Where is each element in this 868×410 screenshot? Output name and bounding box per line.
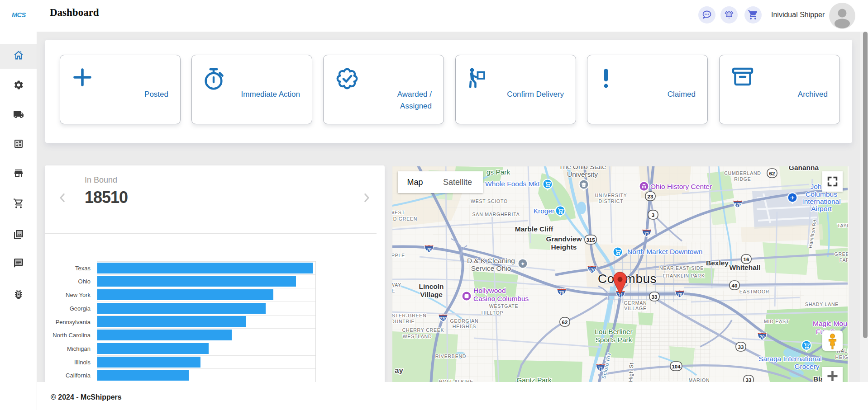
svg-text:CUMBERLAND: CUMBERLAND [724,170,761,176]
svg-text:HILLTOP: HILLTOP [482,310,503,316]
svg-text:70: 70 [426,247,432,252]
svg-text:Lincoln: Lincoln [419,283,444,290]
svg-text:70: 70 [759,335,765,340]
svg-text:CHERRY CREEK: CHERRY CREEK [402,327,444,333]
svg-text:D & K Cleaning: D & K Cleaning [467,257,515,264]
svg-text:FRANKLIN PARK: FRANKLIN PARK [663,273,705,278]
svg-text:R WEST: R WEST [392,210,405,215]
svg-text:315: 315 [586,237,595,243]
svg-text:University: University [567,170,598,178]
svg-text:✦: ✦ [520,261,525,267]
svg-text:WESTLAND: WESTLAND [403,334,432,339]
svg-text:62: 62 [562,320,568,325]
svg-text:Columbus: Columbus [598,272,657,286]
svg-text:MID EAST: MID EAST [764,319,789,324]
svg-text:HEIG: HEIG [835,354,848,360]
svg-text:Gahanna: Gahanna [789,166,819,171]
svg-text:Heights: Heights [551,243,577,251]
svg-text:33: 33 [738,344,744,350]
svg-text:ILLIARD GREEN: ILLIARD GREEN [392,216,417,221]
svg-text:HEIGHTS: HEIGHTS [453,324,476,329]
svg-text:S High St: S High St [627,363,635,383]
svg-text:VILLAGE: VILLAGE [624,306,646,311]
svg-text:Ohio History Center: Ohio History Center [650,183,712,190]
svg-text:670: 670 [734,203,742,207]
svg-text:Airport: Airport [811,205,832,212]
svg-text:gs Park: gs Park [486,168,510,176]
svg-text:SHADY LANE: SHADY LANE [805,302,839,307]
svg-text:71: 71 [618,293,623,298]
svg-text:670: 670 [588,268,596,273]
svg-text:DISTRICT: DISTRICT [599,198,624,204]
svg-text:Service Ohio: Service Ohio [471,264,511,272]
svg-text:Magic Mou: Magic Mou [813,320,847,327]
svg-text:16: 16 [744,257,749,262]
svg-text:GREENB: GREENB [834,251,848,257]
svg-text:WEST SCIOTO: WEST SCIOTO [471,198,508,204]
svg-text:GE: GE [392,288,395,293]
svg-text:UNIVERSITY: UNIVERSITY [595,193,627,198]
svg-text:33: 33 [652,294,658,300]
svg-text:Kroger: Kroger [534,207,555,215]
svg-text:OWAY: OWAY [392,282,401,287]
svg-text:✈: ✈ [790,195,795,201]
svg-text:Village: Village [420,291,443,298]
svg-text:WESTGATE: WESTGATE [489,303,519,309]
svg-text:71: 71 [598,366,603,371]
svg-text:Bexley: Bexley [706,259,729,267]
svg-text:OUNTRIE: OUNTRIE [392,319,415,324]
svg-text:EASTMOOR: EASTMOOR [739,289,770,294]
svg-text:40: 40 [732,283,738,288]
svg-text:Whitehall: Whitehall [730,264,761,271]
svg-text:Marble Cliff: Marble Cliff [515,225,553,233]
svg-text:Sports Park: Sports Park [596,336,632,344]
svg-text:70: 70 [677,292,682,297]
svg-text:The Ohio State: The Ohio State [559,166,606,170]
svg-text:NEAR EAST SIDE: NEAR EAST SIDE [659,265,704,271]
svg-text:Whole Foods Mkt: Whole Foods Mkt [485,180,540,188]
svg-text:Grocery: Grocery [794,363,819,370]
svg-text:104: 104 [672,364,681,369]
svg-text:Saraga International: Saraga International [758,355,822,363]
svg-text:APPLE: APPLE [392,253,405,258]
svg-text:GERMAN: GERMAN [624,300,647,306]
svg-text:RIVERBEND: RIVERBEND [435,353,466,359]
svg-text:3: 3 [652,212,654,218]
svg-text:62: 62 [769,171,775,176]
svg-text:ay: ay [395,366,403,375]
svg-text:FARM: FARM [839,257,848,263]
svg-text:TAYL: TAYL [837,223,848,228]
svg-text:GEORGIAN: GEORGIAN [450,318,479,324]
svg-text:Lou Berliner: Lou Berliner [595,328,633,335]
svg-text:Casino Columbus: Casino Columbus [473,295,529,302]
svg-text:International: International [802,198,840,205]
svg-text:270: 270 [439,316,447,321]
svg-text:70: 70 [559,291,564,296]
svg-text:North Market Downtown: North Market Downtown [627,248,702,255]
svg-text:RIDGE: RIDGE [734,176,751,182]
svg-text:HESTER-GREEN: HESTER-GREEN [392,313,427,318]
svg-text:23: 23 [648,194,653,199]
svg-text:Hollywood: Hollywood [473,287,506,294]
svg-text:71: 71 [644,231,649,236]
svg-text:Grandview: Grandview [546,235,582,243]
svg-text:SAN MARGHERITA: SAN MARGHERITA [472,212,520,217]
